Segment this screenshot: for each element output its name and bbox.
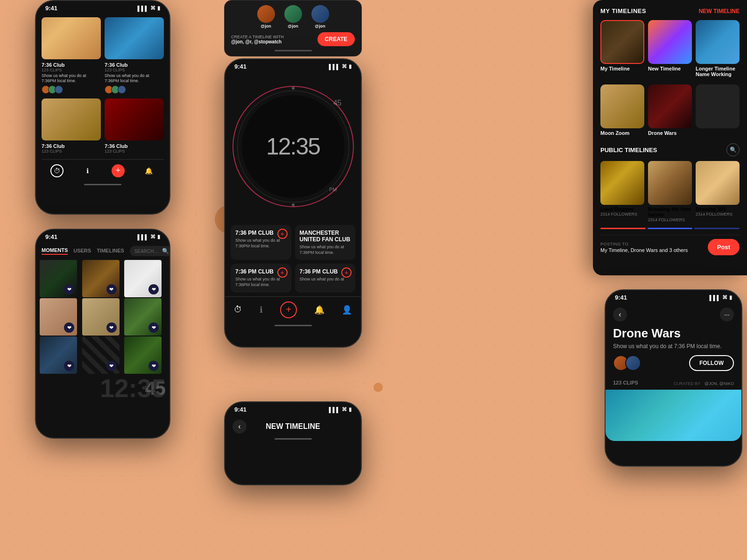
user-handle-2: @jon [284, 24, 302, 28]
pub-tl-2[interactable]: Breaking the time barrier 2314 FOLLOWERS [648, 161, 692, 222]
phone3-bottom-nav: ⏱ ℹ + 🔔 👤 [225, 296, 361, 323]
moment-cell-8[interactable]: ❤ [82, 336, 120, 374]
timeline-card-4[interactable]: 7:36 Club 123 CLIPS [105, 98, 164, 154]
follow-button[interactable]: FOLLOW [689, 355, 734, 371]
user-icon-nav[interactable]: 👤 [342, 305, 352, 315]
club-card-3[interactable]: + 7:36 PM CLUB Show us what you do at 7:… [231, 264, 291, 292]
phone1-bottom-nav: ⏱ ℹ + 🔔 [42, 159, 164, 182]
timeline-thumbs-row1: My Timeline New Timeline Longer Timeline… [600, 20, 740, 77]
pub-name-3: Drawing 101 [696, 206, 740, 212]
search-circle-btn[interactable]: 🔍 [726, 143, 740, 156]
new-timeline-link[interactable]: NEW TIMELINE [699, 8, 740, 14]
search-icon: 🔍 [162, 248, 169, 254]
moment-cell-9[interactable]: ❤ [124, 336, 162, 374]
moment-cell-2[interactable]: ❤ [82, 260, 120, 297]
drone-title: Drone Wars [606, 326, 741, 343]
thumb-4 [105, 98, 164, 140]
create-handles: @jon, @r, @stopwatch [231, 39, 284, 44]
timeline-card-1[interactable]: 7:36 Club 123 CLIPS Show us what you do … [42, 17, 101, 94]
pub-followers-1: 2314 FOLLOWERS [600, 212, 644, 217]
bell-nav-icon[interactable]: 🔔 [142, 164, 155, 177]
info-nav-icon[interactable]: ℹ [81, 164, 94, 177]
timeline-row-1: 7:36 Club 123 CLIPS Show us what you do … [42, 17, 164, 94]
timeline-row-2: 7:36 Club 123 CLIPS 7:36 Club 123 CLIPS [42, 98, 164, 154]
moment-cell-1[interactable]: ❤ [40, 260, 77, 297]
card4-clips: 123 CLIPS [105, 149, 164, 154]
heart-5: ❤ [106, 322, 117, 333]
user-handle-3: @jon [311, 24, 329, 28]
clock-time-display: 12:35 [266, 133, 320, 160]
club1-add[interactable]: + [277, 229, 288, 239]
phone-drone-wars: 9:41 ▌▌▌ ⌘ ▮ ‹ ··· Drone Wars Show us wh… [605, 289, 742, 467]
phone1-time: 9:41 [45, 5, 57, 12]
clock-icon-nav[interactable]: ⏱ [234, 305, 242, 315]
tl-label-4: Moon Zoom [600, 130, 644, 136]
phone3-time: 9:41 [234, 63, 247, 70]
tl-new-timeline[interactable]: New Timeline [648, 20, 692, 77]
club-card-1[interactable]: + 7:36 PM CLUB Show us what you do at 7:… [231, 225, 291, 260]
phone-new-timeline: 9:41 ▌▌▌ ⌘ ▮ ‹ NEW TIMELINE [224, 401, 362, 485]
user-avatars-row: @jon @jon @jon [231, 5, 355, 28]
tl-drone-wars[interactable]: Drone Wars [648, 84, 692, 136]
tab-moments[interactable]: MOMENTS [42, 247, 68, 255]
pub-name-1: Loud Doggos [600, 206, 644, 212]
bell-icon-nav[interactable]: 🔔 [314, 305, 324, 315]
tab-timelines[interactable]: TIMELINES [97, 248, 124, 254]
right-panel: MY TIMELINES NEW TIMELINE My Timeline Ne… [593, 0, 747, 275]
heart-9: ❤ [148, 361, 159, 371]
create-button[interactable]: CREATE [317, 32, 355, 46]
card1-title: 7:36 Club [42, 62, 101, 68]
search-text: SEARCH.... [134, 249, 159, 254]
pub-followers-3: 2314 FOLLOWERS [696, 212, 740, 217]
tl-thumb-3 [696, 20, 740, 64]
moment-cell-6[interactable]: ❤ [124, 298, 162, 336]
card1-desc: Show us what you do at 7:36PM local time… [42, 73, 101, 84]
add-nav-icon[interactable]: + [112, 164, 125, 177]
moment-cell-3[interactable]: ❤ [124, 260, 162, 297]
drone-description: Show us what you do at 7:36 PM local tim… [606, 343, 741, 355]
club3-add[interactable]: + [277, 267, 288, 278]
phone2-time: 9:41 [45, 233, 57, 240]
user-handle-1: @jon [257, 24, 275, 28]
progress-bars [600, 228, 740, 229]
wifi-icon: ⌘ [150, 5, 155, 11]
pub-tl-3[interactable]: Drawing 101 2314 FOLLOWERS [696, 161, 740, 222]
info-icon-nav[interactable]: ℹ [260, 305, 263, 315]
prog-bar-1 [600, 228, 646, 229]
drone-header: ‹ ··· [606, 303, 741, 326]
pub-tl-1[interactable]: Loud Doggos 2314 FOLLOWERS [600, 161, 644, 222]
heart-2: ❤ [106, 284, 117, 294]
moment-cell-5[interactable]: ❤ [82, 298, 120, 336]
club4-add[interactable]: + [341, 267, 352, 278]
tl-thumb-5 [648, 84, 692, 128]
wifi4-icon: ⌘ [342, 406, 347, 413]
timeline-card-2[interactable]: 7:36 Club 123 CLIPS Show us what you do … [105, 17, 164, 94]
club-card-2[interactable]: MANCHESTER UNITED FAN CLUB Show us what … [295, 225, 356, 260]
phone6-status-bar: 9:41 ▌▌▌ ⌘ ▮ [606, 290, 741, 303]
posting-names: My Timeline, Drone Wars and 3 others [600, 247, 688, 253]
tab-users[interactable]: USERS [73, 248, 91, 254]
phone1-status-icons: ▌▌▌ ⌘ ▮ [138, 5, 160, 11]
add-main-icon[interactable]: + [280, 301, 297, 318]
phone1-status-bar: 9:41 ▌▌▌ ⌘ ▮ [36, 1, 169, 14]
drone-more-btn[interactable]: ··· [720, 308, 734, 322]
club-card-4[interactable]: + 7:36 PM CLUB Show us what you do at [295, 264, 356, 292]
post-button[interactable]: Post [708, 239, 740, 255]
timeline-card-3[interactable]: 7:36 Club 123 CLIPS [42, 98, 101, 154]
tl-longer[interactable]: Longer Timeline Name Working [696, 20, 740, 77]
tl-my-timeline[interactable]: My Timeline [600, 20, 644, 77]
card1-clips: 123 CLIPS [42, 68, 101, 72]
drone-back-btn[interactable]: ‹ [613, 308, 627, 322]
clock-nav-icon[interactable]: ⏱ [50, 164, 63, 177]
tl-moon-zoom[interactable]: Moon Zoom [600, 84, 644, 136]
create-label: CREATE A TIMELINE WITH [231, 35, 284, 39]
moment-cell-4[interactable]: ❤ [40, 298, 77, 336]
tl-thumb-empty [696, 84, 740, 128]
search-box[interactable]: SEARCH.... 🔍 [130, 246, 170, 256]
back-button-4[interactable]: ‹ [233, 420, 247, 434]
pub-name-2: Breaking the time barrier [648, 206, 692, 217]
phone-timelines-list: 9:41 ▌▌▌ ⌘ ▮ 7:36 Club 123 CLIPS Show us… [35, 0, 170, 215]
moment-cell-7[interactable]: ❤ [40, 336, 77, 374]
posting-section: POSTING TO My Timeline, Drone Wars and 3… [600, 235, 740, 255]
drone-wars-thumbnail [606, 390, 741, 441]
